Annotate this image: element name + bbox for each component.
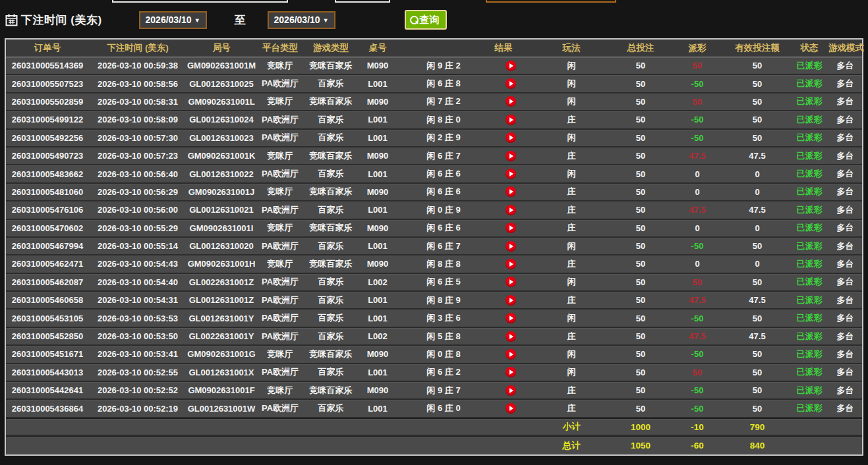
cell-table_no: L001 [358, 111, 397, 128]
cropped-input-box [335, 0, 390, 3]
cell-result: 闲 7 庄 2 [397, 94, 490, 110]
cell-status: 已派彩 [790, 111, 828, 128]
cell-round_no: GL0022631001Y [187, 328, 256, 344]
cell-round_no: GM0902631001G [187, 346, 256, 362]
table-row: 2603100054528502026-03-10 00:53:50GL0022… [6, 328, 862, 346]
play-video-icon[interactable] [506, 313, 516, 323]
cell-order_no: 260310005514369 [6, 57, 89, 74]
play-video-icon[interactable] [506, 349, 516, 360]
cell-platform: 竞咪厅 [256, 57, 304, 74]
cell-table_no: L001 [358, 130, 397, 146]
date-from-select[interactable]: 2026/03/10 ▼ [139, 11, 207, 29]
cell-table_no: L002 [358, 274, 397, 290]
cell-video [490, 328, 532, 344]
play-video-icon[interactable] [506, 277, 516, 287]
play-video-icon[interactable] [506, 403, 516, 414]
cell-status: 已派彩 [790, 292, 828, 308]
cell-total_bet: 50 [611, 256, 670, 272]
column-header-table_no: 桌号 [358, 40, 397, 57]
cell-play: 闲 [532, 310, 611, 326]
cell-play: 闲 [532, 130, 611, 146]
play-video-icon[interactable] [506, 151, 516, 161]
cell-valid_bet: 50 [724, 238, 790, 254]
cell-video [490, 111, 532, 128]
cell-game_type: 竞咪百家乐 [304, 220, 358, 236]
subtotal-payout: -10 [670, 419, 724, 435]
cell-game_type: 百家乐 [304, 328, 358, 344]
cell-valid_bet: 50 [724, 364, 790, 381]
cell-table_no: M090 [358, 382, 397, 398]
cell-bet_time: 2026-03-10 00:56:00 [89, 202, 187, 218]
cell-bet_time: 2026-03-10 00:58:56 [89, 75, 187, 92]
cell-result: 闲 6 庄 5 [397, 274, 490, 290]
play-video-icon[interactable] [506, 223, 516, 233]
cell-table_no: L001 [358, 292, 397, 308]
cell-status: 已派彩 [790, 165, 828, 182]
play-video-icon[interactable] [506, 169, 516, 179]
play-video-icon[interactable] [506, 259, 516, 269]
cell-game_type: 百家乐 [304, 274, 358, 290]
play-video-icon[interactable] [506, 186, 516, 197]
cell-bet_time: 2026-03-10 00:58:31 [89, 94, 187, 110]
cell-valid_bet: 50 [724, 310, 790, 326]
play-video-icon[interactable] [506, 96, 516, 107]
play-video-icon[interactable] [506, 385, 516, 396]
cell-round_no: GL00126310022 [187, 165, 256, 182]
play-video-icon[interactable] [506, 241, 516, 252]
search-button[interactable]: 查询 [405, 10, 447, 30]
cell-video [490, 75, 532, 92]
cell-total_bet: 50 [611, 111, 670, 128]
table-body: 2603100055143692026-03-10 00:59:38GM0902… [6, 57, 862, 418]
cell-play: 闲 [532, 165, 611, 182]
cell-mode: 多台 [828, 220, 862, 236]
play-video-icon[interactable] [506, 331, 516, 342]
cell-payout: -50 [670, 310, 724, 326]
date-from-value: 2026/03/10 [146, 14, 192, 25]
cell-mode: 多台 [828, 364, 862, 381]
cell-status: 已派彩 [790, 238, 828, 254]
cell-order_no: 260310005452850 [6, 328, 89, 344]
play-video-icon[interactable] [506, 205, 516, 215]
cell-mode: 多台 [828, 274, 862, 290]
search-icon [410, 16, 419, 24]
cell-video [490, 310, 532, 326]
cell-order_no: 260310005483662 [6, 165, 89, 182]
cell-video [490, 292, 532, 308]
cell-table_no: M090 [358, 184, 397, 200]
total-payout: -60 [670, 437, 724, 454]
cell-play: 庄 [532, 328, 611, 344]
cell-table_no: M090 [358, 57, 397, 74]
play-video-icon[interactable] [506, 367, 516, 377]
cell-video [490, 346, 532, 362]
column-header-play: 玩法 [532, 40, 611, 57]
table-row: 2603100054620872026-03-10 00:54:40GL0022… [6, 274, 862, 292]
cell-game_type: 百家乐 [304, 165, 358, 182]
cell-video [490, 364, 532, 381]
cell-status: 已派彩 [790, 364, 828, 381]
play-video-icon[interactable] [506, 295, 516, 306]
cell-order_no: 260310005460658 [6, 292, 89, 308]
column-header-bet_time: 下注时间 (美东) [89, 40, 187, 57]
play-video-icon[interactable] [506, 115, 516, 125]
cell-status: 已派彩 [790, 382, 828, 398]
subtotal-total-bet: 1000 [611, 419, 670, 435]
column-header-total_bet: 总投注 [611, 40, 670, 57]
cell-bet_time: 2026-03-10 00:54:31 [89, 292, 187, 308]
date-to-select[interactable]: 2026/03/10 ▼ [268, 11, 335, 29]
cell-play: 庄 [532, 184, 611, 200]
play-video-icon[interactable] [506, 132, 516, 143]
search-button-label: 查询 [420, 14, 440, 26]
play-video-icon[interactable] [506, 78, 516, 89]
play-video-icon[interactable] [506, 61, 516, 71]
cell-total_bet: 50 [611, 202, 670, 218]
table-row: 2603100054624712026-03-10 00:54:43GM0902… [6, 256, 862, 273]
cell-total_bet: 50 [611, 346, 670, 362]
table-row: 2603100054907232026-03-10 00:57:23GM0902… [6, 148, 862, 165]
cell-total_bet: 50 [611, 328, 670, 344]
cell-video [490, 148, 532, 164]
table-row: 2603100055143692026-03-10 00:59:38GM0902… [6, 57, 862, 75]
cell-payout: -50 [670, 111, 724, 128]
cell-status: 已派彩 [790, 220, 828, 236]
cell-game_type: 竞咪百家乐 [304, 256, 358, 272]
total-row: 总计 1050 -60 840 [6, 436, 862, 454]
